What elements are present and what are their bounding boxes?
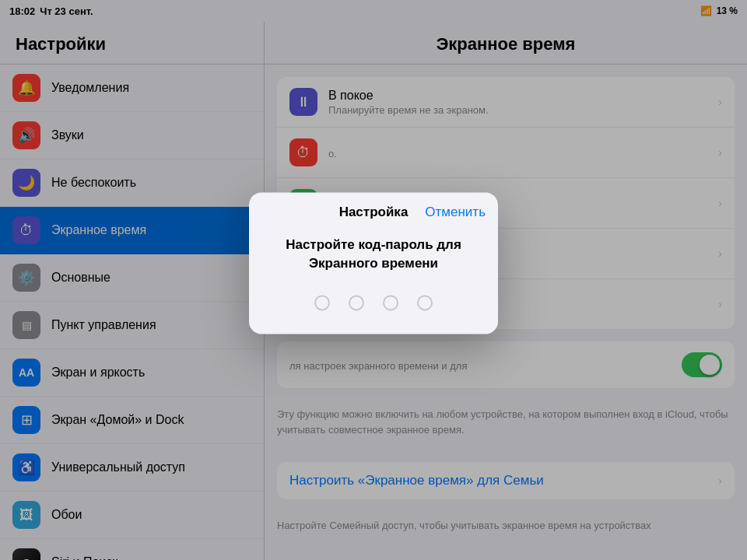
pin-dot-2 <box>349 295 364 310</box>
modal-header: Настройка Отменить <box>249 192 498 226</box>
pin-dot-4 <box>417 295 433 310</box>
pin-dot-1 <box>314 295 330 310</box>
modal-title: Настройка <box>339 205 409 220</box>
modal-body: Настройте код-пароль дляЭкранного времен… <box>249 226 498 334</box>
pin-dots-container <box>265 295 482 310</box>
passcode-modal: Настройка Отменить Настройте код-пароль … <box>249 192 498 334</box>
modal-instruction: Настройте код-пароль дляЭкранного времен… <box>265 236 482 273</box>
pin-dot-3 <box>383 295 398 310</box>
modal-cancel-button[interactable]: Отменить <box>425 205 486 220</box>
